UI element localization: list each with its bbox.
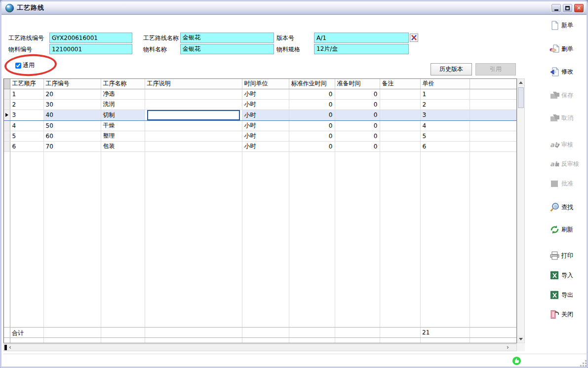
cell[interactable]: 小时 — [242, 89, 289, 99]
col-header-seq[interactable]: 工艺顺序 — [10, 79, 43, 89]
cell[interactable]: 小时 — [242, 141, 289, 151]
cell[interactable]: 0 — [335, 99, 380, 110]
cell[interactable]: 5 — [10, 131, 43, 141]
cell[interactable]: 小时 — [242, 99, 289, 110]
modify-button[interactable]: 修改 — [549, 67, 573, 77]
vertical-scrollbar[interactable] — [517, 78, 525, 343]
refresh-button[interactable]: 刷新 — [549, 224, 573, 235]
cell[interactable] — [470, 141, 516, 151]
cell[interactable]: 2 — [10, 99, 43, 110]
maximize-button[interactable] — [562, 3, 573, 13]
close-form-button[interactable]: 关闭 — [549, 309, 573, 320]
cell[interactable] — [470, 131, 516, 141]
cell[interactable]: 0 — [289, 99, 335, 110]
cell[interactable] — [470, 110, 516, 120]
cell[interactable]: 1 — [10, 89, 43, 99]
quote-button[interactable]: 引用 — [475, 63, 516, 75]
col-header-op-name[interactable]: 工序名称 — [101, 79, 145, 89]
col-header-extra[interactable] — [470, 79, 516, 89]
cell[interactable] — [380, 110, 420, 120]
table-row[interactable]: 6 70 包装 小时 0 0 6 — [4, 141, 516, 151]
cell[interactable] — [380, 89, 420, 99]
cell[interactable]: 整理 — [101, 131, 145, 141]
cell[interactable]: 小时 — [242, 131, 289, 141]
cell[interactable]: 洗润 — [101, 99, 145, 110]
cell[interactable]: 干燥 — [101, 120, 145, 131]
cell[interactable]: 1 — [420, 89, 470, 99]
new-button[interactable]: 新单 — [549, 20, 573, 31]
cell[interactable]: 包装 — [101, 141, 145, 151]
cell[interactable]: 0 — [289, 89, 335, 99]
cell[interactable]: 0 — [335, 89, 380, 99]
version-tools-button[interactable] — [410, 34, 418, 42]
cell[interactable]: 0 — [289, 131, 335, 141]
version-field[interactable] — [314, 33, 409, 43]
route-name-field[interactable] — [180, 33, 274, 43]
cell[interactable]: 50 — [43, 120, 101, 131]
col-header-op-desc[interactable]: 工序说明 — [145, 79, 242, 89]
cell[interactable]: 3 — [10, 110, 43, 120]
cell[interactable]: 0 — [289, 141, 335, 151]
cell[interactable]: 0 — [335, 131, 380, 141]
col-header-std-time[interactable]: 标准作业时间 — [289, 79, 335, 89]
col-header-unit-price[interactable]: 单价 — [420, 79, 470, 89]
cell[interactable]: 0 — [289, 120, 335, 131]
cell[interactable] — [380, 141, 420, 151]
cell[interactable] — [380, 131, 420, 141]
title-bar[interactable]: 工艺路线 ✕ — [1, 1, 587, 15]
cell[interactable]: 5 — [420, 131, 470, 141]
route-no-field[interactable] — [49, 33, 132, 43]
unaudit-button[interactable]: ab 反审核 — [549, 159, 579, 169]
delete-button[interactable]: 删单 — [549, 44, 573, 54]
cell[interactable] — [145, 131, 242, 141]
cell[interactable]: 40 — [43, 110, 101, 120]
scroll-right-button[interactable]: › — [507, 344, 509, 351]
cell[interactable]: 0 — [335, 141, 380, 151]
cell[interactable]: 净选 — [101, 89, 145, 99]
vertical-scroll-thumb[interactable] — [518, 87, 524, 108]
scroll-up-button[interactable] — [517, 79, 524, 86]
cell[interactable] — [470, 120, 516, 131]
cell[interactable]: 6 — [420, 141, 470, 151]
material-spec-field[interactable] — [314, 44, 409, 54]
export-button[interactable]: 导出 — [549, 290, 573, 300]
import-button[interactable]: 导入 — [549, 270, 573, 281]
print-button[interactable]: 打印 — [549, 251, 573, 261]
cell[interactable]: 20 — [43, 89, 101, 99]
general-checkbox[interactable] — [15, 63, 21, 69]
cancel-button[interactable]: 取消 — [549, 113, 573, 123]
col-header-op-no[interactable]: 工序编号 — [43, 79, 101, 89]
horizontal-scroll-thumb[interactable] — [4, 345, 7, 350]
resize-grip[interactable] — [580, 360, 587, 367]
cell[interactable] — [380, 99, 420, 110]
cell[interactable]: 2 — [420, 99, 470, 110]
cell[interactable]: 小时 — [242, 120, 289, 131]
col-header-time-unit[interactable]: 时间单位 — [242, 79, 289, 89]
save-button[interactable]: 保存 — [549, 90, 573, 101]
cell[interactable]: 小时 — [242, 110, 289, 120]
table-row[interactable]: 1 20 净选 小时 0 0 1 — [4, 89, 516, 99]
cell[interactable]: 30 — [43, 99, 101, 110]
history-version-button[interactable]: 历史版本 — [431, 63, 472, 75]
cell[interactable]: 0 — [335, 110, 380, 120]
approve-button[interactable]: 批准 — [549, 179, 573, 189]
cell[interactable]: 3 — [420, 110, 470, 120]
cell[interactable]: 6 — [10, 141, 43, 151]
cell[interactable] — [470, 99, 516, 110]
table-row[interactable]: 4 50 干燥 小时 0 0 4 — [4, 120, 516, 131]
cell[interactable] — [145, 89, 242, 99]
scroll-down-button[interactable] — [517, 335, 524, 343]
table-row[interactable]: 5 60 整理 小时 0 0 5 — [4, 131, 516, 141]
minimize-button[interactable] — [551, 3, 561, 13]
cell[interactable] — [145, 99, 242, 110]
cell[interactable]: 4 — [10, 120, 43, 131]
cell[interactable]: 60 — [43, 131, 101, 141]
audit-button[interactable]: ab 审核 — [549, 140, 573, 150]
cell[interactable]: 0 — [289, 110, 335, 120]
horizontal-scrollbar[interactable]: ‹ › — [3, 344, 517, 351]
cell[interactable]: 70 — [43, 141, 101, 151]
close-button[interactable]: ✕ — [574, 3, 584, 13]
cell[interactable]: 0 — [335, 120, 380, 131]
col-header-remark[interactable]: 备注 — [380, 79, 420, 89]
cell[interactable]: 切制 — [101, 110, 145, 120]
